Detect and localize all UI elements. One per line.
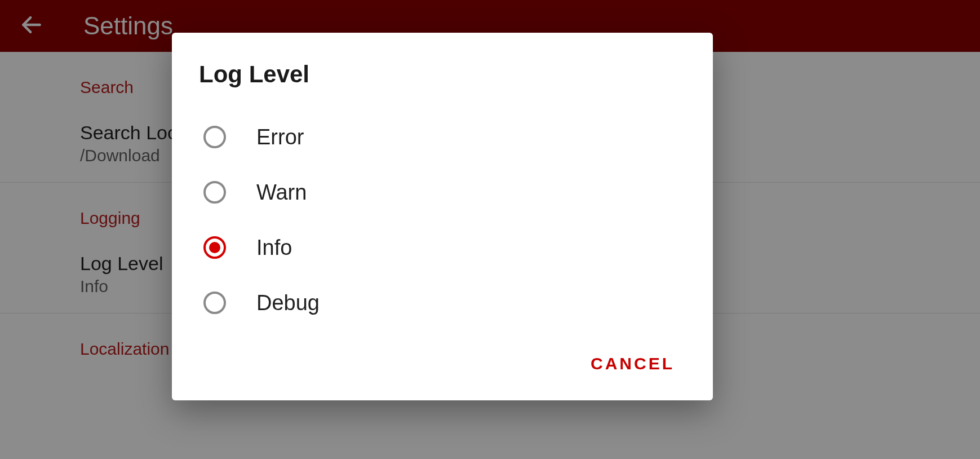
radio-option[interactable]: Warn xyxy=(199,165,686,220)
radio-label: Info xyxy=(256,236,292,260)
radio-option[interactable]: Info xyxy=(199,220,686,275)
radio-option[interactable]: Error xyxy=(199,109,686,165)
radio-list: ErrorWarnInfoDebug xyxy=(199,109,686,330)
radio-label: Debug xyxy=(256,291,320,315)
log-level-dialog: Log Level ErrorWarnInfoDebug CANCEL xyxy=(172,33,713,400)
radio-icon xyxy=(203,236,226,259)
radio-label: Warn xyxy=(256,180,307,205)
dialog-actions: CANCEL xyxy=(199,347,686,380)
cancel-button[interactable]: CANCEL xyxy=(579,347,686,380)
dialog-title: Log Level xyxy=(199,61,686,88)
radio-icon xyxy=(203,292,226,314)
radio-label: Error xyxy=(256,125,304,149)
radio-icon xyxy=(203,181,226,204)
radio-icon xyxy=(203,126,226,148)
radio-option[interactable]: Debug xyxy=(199,275,686,330)
